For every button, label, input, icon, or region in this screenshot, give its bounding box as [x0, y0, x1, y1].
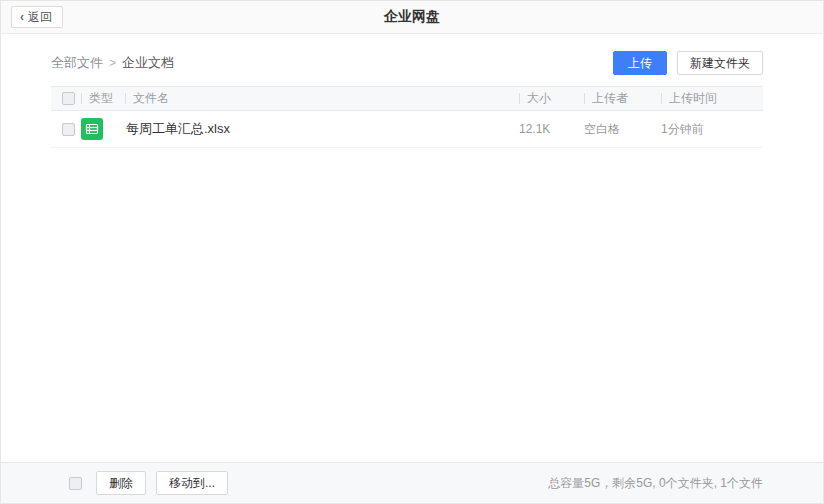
header-checkbox-cell [51, 92, 81, 105]
excel-file-icon [81, 118, 103, 140]
new-folder-button[interactable]: 新建文件夹 [677, 51, 763, 75]
table-header: 类型 文件名 大小 上传者 上传时间 [51, 86, 763, 111]
column-header-name: 文件名 [133, 90, 169, 107]
row-checkbox-cell [51, 123, 81, 136]
header-time-cell: 上传时间 [661, 90, 763, 107]
footer-select-all-checkbox[interactable] [69, 477, 82, 490]
breadcrumb: 全部文件 > 企业文档 [51, 54, 174, 72]
row-name-cell: 每周工单汇总.xlsx [125, 120, 519, 138]
row-time-cell: 1分钟前 [661, 121, 763, 138]
row-checkbox[interactable] [62, 123, 75, 136]
breadcrumb-root[interactable]: 全部文件 [51, 54, 103, 72]
page-title: 企业网盘 [384, 8, 440, 26]
delete-button[interactable]: 删除 [96, 471, 146, 495]
table-row[interactable]: 每周工单汇总.xlsx 12.1K 空白格 1分钟前 [51, 111, 763, 148]
column-header-uploader: 上传者 [592, 90, 628, 107]
header-size-cell: 大小 [519, 90, 584, 107]
header-uploader-cell: 上传者 [584, 90, 661, 107]
file-name[interactable]: 每周工单汇总.xlsx [126, 120, 230, 138]
breadcrumb-current: 企业文档 [122, 54, 174, 72]
storage-summary: 总容量5G，剩余5G, 0个文件夹, 1个文件 [548, 475, 763, 492]
header-name-cell: 文件名 [125, 90, 519, 107]
row-type-cell [81, 118, 125, 140]
select-all-checkbox[interactable] [62, 92, 75, 105]
main-content: 全部文件 > 企业文档 上传 新建文件夹 类型 文件名 大小 [1, 34, 823, 462]
row-size-cell: 12.1K [519, 122, 584, 136]
move-to-button[interactable]: 移动到... [156, 471, 228, 495]
column-divider [81, 93, 82, 104]
file-size: 12.1K [519, 122, 550, 136]
file-uploader: 空白格 [584, 121, 620, 138]
back-button-label: 返回 [28, 9, 52, 26]
column-header-size: 大小 [527, 90, 551, 107]
file-upload-time: 1分钟前 [661, 121, 704, 138]
top-bar: ‹ 返回 企业网盘 [1, 1, 823, 34]
breadcrumb-separator: > [109, 56, 116, 70]
footer-bar: 删除 移动到... 总容量5G，剩余5G, 0个文件夹, 1个文件 [1, 462, 823, 503]
column-divider [661, 93, 662, 104]
header-type-cell: 类型 [81, 90, 125, 107]
toolbar: 全部文件 > 企业文档 上传 新建文件夹 [51, 40, 763, 86]
back-button[interactable]: ‹ 返回 [11, 6, 63, 28]
column-divider [125, 93, 126, 104]
row-uploader-cell: 空白格 [584, 121, 661, 138]
enterprise-drive-window: ‹ 返回 企业网盘 全部文件 > 企业文档 上传 新建文件夹 类型 [0, 0, 824, 504]
column-header-type: 类型 [89, 90, 113, 107]
column-header-time: 上传时间 [669, 90, 717, 107]
column-divider [519, 93, 520, 104]
column-divider [584, 93, 585, 104]
upload-button[interactable]: 上传 [613, 51, 667, 75]
back-chevron-icon: ‹ [20, 9, 24, 24]
